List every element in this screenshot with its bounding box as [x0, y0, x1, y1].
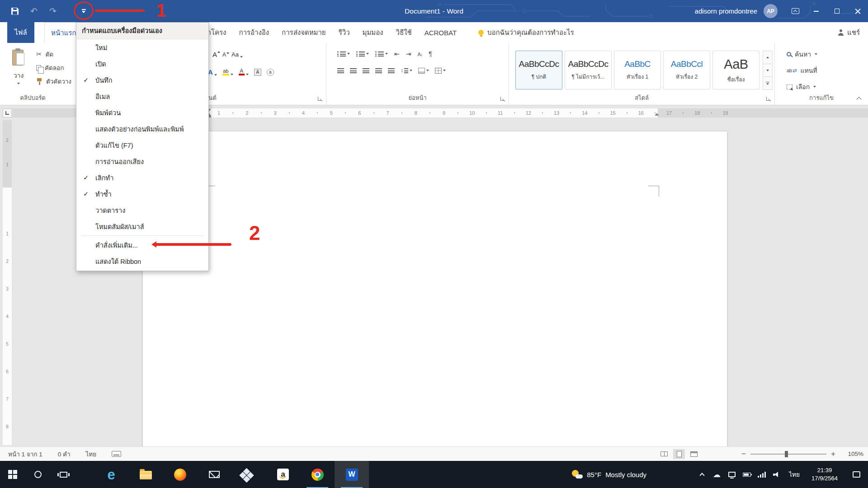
menu-item-editor[interactable]: ตัวแก้ไข (F7) [76, 137, 208, 153]
style-title[interactable]: AaB ชื่อเรื่อง [712, 51, 760, 89]
find-button[interactable]: ค้นหา [787, 49, 817, 59]
text-effects-button[interactable] [208, 68, 217, 76]
taskbar-amazon[interactable] [266, 461, 300, 488]
decrease-indent-button[interactable] [394, 50, 400, 57]
battery-tray-button[interactable] [739, 461, 754, 488]
replace-button[interactable]: แทนที่ [787, 66, 817, 75]
character-shading-button[interactable] [254, 69, 261, 76]
show-hidden-icons-button[interactable] [694, 461, 709, 488]
shading-button[interactable] [418, 68, 429, 74]
tab-mailings[interactable]: การส่งจดหมาย [275, 22, 332, 43]
tab-stop-selector[interactable] [3, 108, 12, 117]
menu-item-email[interactable]: อีเมล [76, 88, 208, 104]
multilevel-list-button[interactable] [375, 52, 388, 56]
dialog-launcher-icon[interactable] [317, 96, 323, 102]
line-spacing-button[interactable] [401, 67, 412, 74]
start-button[interactable] [0, 461, 25, 488]
display-tray-button[interactable] [724, 461, 739, 488]
tab-acrobat[interactable]: ACROBAT [418, 22, 463, 43]
close-button[interactable] [847, 0, 868, 22]
action-center-button[interactable] [844, 461, 868, 488]
onedrive-tray-button[interactable] [709, 461, 724, 488]
collapse-ribbon-button[interactable] [856, 96, 862, 101]
tab-view[interactable]: มุมมอง [356, 22, 390, 43]
menu-item-draw-table[interactable]: วาดตาราง [76, 202, 208, 218]
volume-tray-button[interactable] [769, 461, 784, 488]
save-button[interactable] [6, 0, 24, 22]
zoom-in-button[interactable] [828, 450, 838, 459]
change-case-button[interactable] [231, 51, 243, 58]
dialog-launcher-icon[interactable] [765, 96, 772, 102]
right-indent-marker[interactable] [655, 113, 659, 116]
task-view-button[interactable] [51, 461, 76, 488]
document-page[interactable] [143, 131, 727, 446]
avatar[interactable]: AP [764, 4, 778, 18]
language-indicator[interactable]: ไทย [86, 449, 97, 459]
styles-more-button[interactable] [763, 76, 773, 90]
distributed-button[interactable] [388, 68, 395, 73]
styles-scroll-up-button[interactable] [763, 51, 773, 64]
format-painter-button[interactable]: ตัวคัดวาง [36, 75, 71, 88]
align-right-button[interactable] [363, 68, 369, 73]
menu-item-undo[interactable]: เลิกทำ [76, 169, 208, 186]
account-name[interactable]: adisorn promdontree [695, 7, 757, 15]
print-layout-button[interactable] [673, 449, 685, 459]
tell-me-box[interactable]: บอกฉันว่าคุณต้องการทำอะไร [478, 22, 574, 43]
read-mode-button[interactable] [658, 449, 670, 459]
share-button[interactable]: แชร์ [838, 22, 860, 43]
style-heading2[interactable]: AaBbCcl หัวเรื่อง 2 [663, 51, 710, 89]
numbering-button[interactable] [356, 52, 369, 56]
taskbar-mail[interactable] [197, 461, 231, 488]
grow-font-button[interactable] [212, 51, 217, 58]
tab-references[interactable]: การอ้างอิง [232, 22, 275, 43]
zoom-slider-knob[interactable] [785, 451, 788, 457]
style-heading1[interactable]: AaBbC หัวเรื่อง 1 [614, 51, 661, 89]
undo-button[interactable] [25, 0, 42, 22]
borders-button[interactable] [435, 68, 446, 74]
sort-button[interactable] [417, 51, 422, 57]
paste-button[interactable]: วาง [5, 47, 32, 97]
keyboard-icon[interactable] [112, 451, 121, 457]
zoom-out-button[interactable] [739, 450, 749, 459]
tab-file[interactable]: ไฟล์ [7, 22, 34, 43]
cut-button[interactable]: ตัด [36, 47, 71, 61]
taskbar-firefox[interactable] [163, 461, 197, 488]
minimize-button[interactable] [806, 0, 826, 22]
taskbar-word[interactable] [335, 461, 369, 488]
taskbar-file-explorer[interactable] [128, 461, 163, 488]
zoom-slider[interactable] [750, 454, 826, 455]
menu-item-redo[interactable]: ทำซ้ำ [76, 186, 208, 202]
maximize-button[interactable] [826, 0, 847, 22]
clock[interactable]: 21:39 17/9/2564 [805, 461, 844, 488]
align-left-button[interactable] [337, 68, 344, 73]
style-no-spacing[interactable]: AaBbCcDc ¶ ไม่มีการเว้... [565, 51, 612, 89]
taskbar-chrome[interactable] [300, 461, 335, 488]
zoom-percentage[interactable]: 105% [843, 450, 863, 457]
highlight-color-button[interactable] [222, 69, 233, 75]
dialog-launcher-icon[interactable] [500, 96, 506, 102]
bullets-button[interactable] [337, 52, 350, 56]
redo-button[interactable] [44, 0, 61, 22]
word-count[interactable]: 0 คำ [58, 449, 71, 459]
weather-widget[interactable]: 85°F Mostly cloudy [564, 461, 655, 488]
justify-button[interactable] [375, 68, 382, 73]
menu-item-print-preview[interactable]: แสดงตัวอย่างก่อนพิมพ์และพิมพ์ [76, 121, 208, 137]
tab-help[interactable]: วิธีใช้ [390, 22, 418, 43]
styles-scroll-down-button[interactable] [763, 64, 773, 77]
taskbar-dropbox[interactable] [231, 461, 266, 488]
ribbon-display-options-button[interactable] [785, 0, 806, 22]
menu-item-read-aloud[interactable]: การอ่านออกเสียง [76, 153, 208, 169]
style-normal[interactable]: AaBbCcDc ¶ ปกติ [515, 51, 562, 89]
vertical-ruler[interactable]: 21 12345678 [3, 120, 12, 445]
select-button[interactable]: เลือก [787, 82, 816, 92]
taskbar-edge[interactable] [94, 461, 128, 488]
menu-item-open[interactable]: เปิด [76, 56, 208, 72]
shrink-font-button[interactable] [222, 52, 226, 57]
show-formatting-marks-button[interactable] [429, 50, 432, 57]
page-indicator[interactable]: หน้า 1 จาก 1 [8, 449, 42, 459]
tab-review[interactable]: รีวิว [332, 22, 356, 43]
menu-item-show-below-ribbon[interactable]: แสดงใต้ Ribbon [76, 253, 208, 269]
input-language-button[interactable]: ไทย [784, 461, 805, 488]
align-center-button[interactable] [350, 68, 357, 73]
font-color-button[interactable] [239, 69, 249, 75]
